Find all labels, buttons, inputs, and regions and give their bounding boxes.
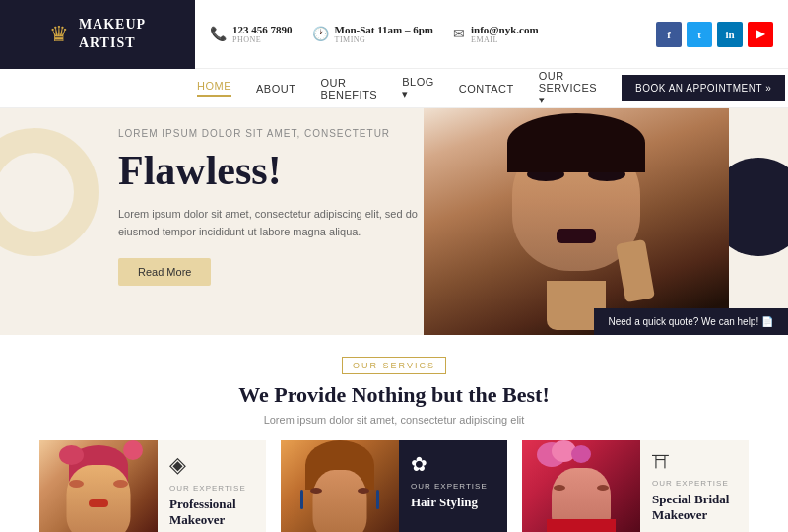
linkedin-button[interactable]: in (717, 22, 743, 47)
service-name-1: Professional Makeover (169, 497, 254, 528)
phone-label: PHONE (232, 35, 293, 44)
service-info-2: ✿ OUR EXPERTISE Hair Styling (399, 440, 507, 532)
timing-value: Mon-Sat 11am – 6pm (335, 24, 434, 35)
hero-description: Lorem ipsum dolor sit amet, consectetur … (118, 206, 443, 240)
header: ♛ MAKEUP ARTIST 📞 123 456 7890 PHONE 🕐 M… (0, 0, 788, 108)
service-name-3: Special Bridal Makeover (652, 492, 737, 523)
service-name-2: Hair Styling (411, 495, 495, 510)
nav: HOME ABOUT OUR BENEFITS BLOG ▾ CONTACT O… (0, 69, 788, 108)
services-title: We Provide Nothing but the Best! (39, 382, 749, 408)
phone-value: 123 456 7890 (232, 24, 293, 35)
contact-phone: 📞 123 456 7890 PHONE (210, 24, 293, 44)
flower-icon: ✿ (411, 452, 495, 476)
phone-icon: 📞 (210, 26, 227, 42)
email-value: info@nyk.com (471, 24, 539, 35)
logo-crown-icon: ♛ (49, 22, 69, 47)
facebook-button[interactable]: f (656, 22, 682, 47)
contact-email: ✉ info@nyk.com EMAIL (453, 24, 539, 44)
hero-title: Flawless! (118, 147, 443, 194)
logo: ♛ MAKEUP ARTIST (0, 0, 195, 69)
email-icon: ✉ (453, 26, 465, 42)
twitter-button[interactable]: t (687, 22, 712, 47)
services-label: OUR SERVICS (342, 357, 446, 374)
nav-services[interactable]: OUR SERVICES ▾ (539, 70, 597, 106)
bridal-icon: ⛩ (652, 452, 737, 473)
service-expertise-3: OUR EXPERTISE (652, 479, 737, 488)
service-img-2 (281, 440, 399, 532)
service-card-bridal: ⛩ OUR EXPERTISE Special Bridal Makeover (522, 440, 749, 532)
hero-content: LOREM IPSUM DOLOR SIT AMET, CONSECTETUR … (118, 128, 443, 286)
service-img-3 (522, 440, 640, 532)
service-card-hair: ✿ OUR EXPERTISE Hair Styling (281, 440, 507, 532)
services-section: OUR SERVICS We Provide Nothing but the B… (0, 335, 788, 532)
service-expertise-2: OUR EXPERTISE (411, 482, 495, 491)
read-more-button[interactable]: Read More (118, 258, 211, 286)
service-img-1 (39, 440, 158, 532)
service-info-1: ◈ OUR EXPERTISE Professional Makeover (158, 440, 266, 532)
logo-text: MAKEUP ARTIST (79, 16, 146, 51)
timing-label: TIMING (335, 35, 434, 44)
service-info-3: ⛩ OUR EXPERTISE Special Bridal Makeover (640, 440, 749, 532)
services-desc: Lorem ipsum dolor sit amet, consectetur … (39, 414, 749, 426)
book-appointment-button[interactable]: BOOK AN APPOINTMENT » (622, 75, 785, 101)
paint-icon: ◈ (169, 452, 254, 478)
nav-blog[interactable]: BLOG ▾ (402, 76, 434, 100)
hero-subtitle: LOREM IPSUM DOLOR SIT AMET, CONSECTETUR (118, 128, 443, 139)
nav-contact[interactable]: CONTACT (459, 83, 514, 95)
services-grid: ◈ OUR EXPERTISE Professional Makeover (39, 440, 749, 532)
email-label: EMAIL (471, 35, 539, 44)
nav-home[interactable]: HOME (197, 80, 231, 97)
contact-timing: 🕐 Mon-Sat 11am – 6pm TIMING (312, 24, 434, 44)
contact-bar: 📞 123 456 7890 PHONE 🕐 Mon-Sat 11am – 6p… (195, 22, 788, 47)
hero-circle-left (0, 128, 98, 256)
service-expertise-1: OUR EXPERTISE (169, 484, 254, 493)
service-card-makeover: ◈ OUR EXPERTISE Professional Makeover (39, 440, 266, 532)
nav-benefits[interactable]: OUR BENEFITS (320, 77, 377, 100)
youtube-button[interactable]: ▶ (748, 22, 773, 47)
hero-model-image (424, 108, 729, 335)
hero-section: LOREM IPSUM DOLOR SIT AMET, CONSECTETUR … (0, 108, 788, 335)
social-icons: f t in ▶ (656, 22, 773, 47)
quick-quote-banner[interactable]: Need a quick quote? We can help! 📄 (594, 308, 788, 335)
nav-about[interactable]: ABOUT (256, 83, 296, 95)
clock-icon: 🕐 (312, 26, 329, 42)
